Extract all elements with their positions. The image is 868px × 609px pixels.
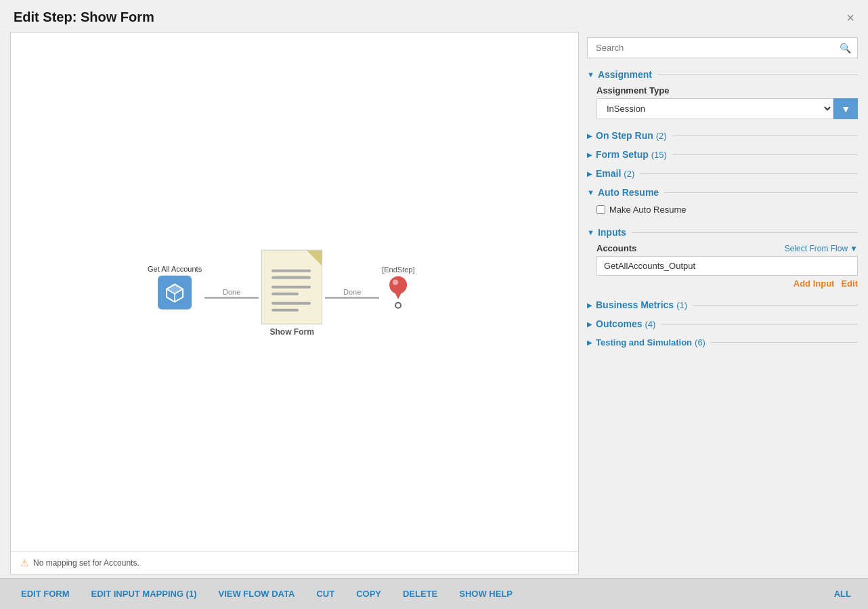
edit-form-button[interactable]: EDIT FORM bbox=[10, 579, 81, 609]
right-panel-scroll[interactable]: ▼ Assignment Assignment Type InSession ▼ bbox=[587, 65, 858, 574]
section-title-inputs: Inputs bbox=[598, 227, 626, 238]
form-line-3 bbox=[272, 286, 311, 289]
connector-line-2 bbox=[325, 297, 379, 299]
section-title-form-setup: Form Setup bbox=[596, 149, 649, 160]
fold-corner bbox=[307, 251, 322, 266]
section-email: ▶ Email (2) bbox=[587, 164, 858, 182]
show-help-button[interactable]: SHOW HELP bbox=[448, 579, 523, 609]
edit-input-btn[interactable]: Edit bbox=[841, 278, 858, 289]
triangle-assignment: ▼ bbox=[587, 70, 594, 79]
section-divider-testing-simulation bbox=[711, 342, 858, 343]
section-header-testing-simulation[interactable]: ▶ Testing and Simulation (6) bbox=[587, 333, 858, 350]
copy-button[interactable]: COPY bbox=[345, 579, 392, 609]
section-count-outcomes: (4) bbox=[645, 319, 655, 329]
add-input-btn[interactable]: Add Input bbox=[794, 278, 835, 289]
node-icon-box bbox=[158, 276, 192, 310]
all-button[interactable]: ALL bbox=[827, 579, 858, 609]
canvas-area: Get All Accounts bbox=[11, 33, 578, 551]
input-actions: Add Input Edit bbox=[596, 278, 858, 289]
modal-title: Edit Step: Show Form bbox=[14, 9, 154, 25]
warning-bar: ⚠ No mapping set for Accounts. bbox=[11, 551, 578, 574]
section-content-inputs: Accounts Select From Flow ▼ GetAllAccoun… bbox=[587, 240, 858, 294]
input-value-box: GetAllAccounts_Output bbox=[596, 256, 858, 276]
warning-text: No mapping set for Accounts. bbox=[33, 558, 139, 568]
section-count-testing-simulation: (6) bbox=[695, 337, 706, 348]
form-line-2 bbox=[272, 276, 311, 279]
section-divider-auto-resume bbox=[664, 192, 858, 193]
section-title-on-step-run: On Step Run bbox=[596, 130, 653, 141]
select-from-flow-btn[interactable]: Select From Flow ▼ bbox=[785, 244, 858, 253]
assignment-type-dropdown-btn[interactable]: ▼ bbox=[833, 98, 858, 119]
view-flow-data-button[interactable]: VIEW FLOW DATA bbox=[208, 579, 306, 609]
canvas-panel: Get All Accounts bbox=[10, 32, 579, 574]
triangle-email: ▶ bbox=[587, 170, 592, 177]
modal-body: Get All Accounts bbox=[0, 32, 868, 578]
section-header-email[interactable]: ▶ Email (2) bbox=[587, 164, 858, 182]
connector-label-1: Done bbox=[223, 288, 240, 296]
modal: Edit Step: Show Form × Get All Accounts bbox=[0, 0, 868, 609]
section-header-auto-resume[interactable]: ▼ Auto Resume bbox=[587, 183, 858, 201]
auto-resume-checkbox-row: Make Auto Resume bbox=[596, 203, 858, 216]
show-form-node[interactable]: Show Form bbox=[261, 250, 322, 337]
section-divider-outcomes bbox=[661, 324, 858, 324]
auto-resume-checkbox[interactable] bbox=[596, 205, 605, 214]
assignment-type-select[interactable]: InSession bbox=[596, 98, 833, 119]
close-button[interactable]: × bbox=[846, 11, 854, 24]
section-divider-form-setup bbox=[672, 154, 858, 155]
end-step-node: [EndStep] bbox=[382, 266, 414, 309]
search-input-wrap: 🔍 bbox=[587, 37, 858, 58]
edit-input-mapping-button[interactable]: EDIT INPUT MAPPING (1) bbox=[81, 579, 208, 609]
field-label-assignment-type: Assignment Type bbox=[596, 85, 858, 96]
auto-resume-label: Make Auto Resume bbox=[609, 205, 686, 215]
section-assignment: ▼ Assignment Assignment Type InSession ▼ bbox=[587, 65, 858, 125]
section-count-business-metrics: (1) bbox=[676, 300, 687, 310]
section-title-assignment: Assignment bbox=[598, 69, 652, 80]
cut-button[interactable]: CUT bbox=[305, 579, 345, 609]
modal-header: Edit Step: Show Form × bbox=[0, 0, 868, 32]
input-field-name: Accounts bbox=[596, 243, 636, 253]
section-title-outcomes: Outcomes bbox=[596, 318, 642, 329]
section-title-testing-simulation: Testing and Simulation bbox=[596, 337, 692, 348]
warning-icon: ⚠ bbox=[20, 558, 29, 568]
connector-label-2: Done bbox=[343, 288, 361, 296]
form-line-4 bbox=[272, 293, 299, 295]
section-header-outcomes[interactable]: ▶ Outcomes (4) bbox=[587, 314, 858, 332]
section-header-assignment[interactable]: ▼ Assignment bbox=[587, 65, 858, 83]
section-testing-simulation: ▶ Testing and Simulation (6) bbox=[587, 333, 858, 350]
triangle-testing-simulation: ▶ bbox=[587, 339, 592, 346]
section-divider-email bbox=[640, 173, 858, 174]
triangle-auto-resume: ▼ bbox=[587, 188, 594, 196]
inputs-row: Accounts Select From Flow ▼ bbox=[596, 243, 858, 253]
triangle-form-setup: ▶ bbox=[587, 151, 592, 159]
node-label-get-all-accounts: Get All Accounts bbox=[148, 265, 202, 273]
section-divider-business-metrics bbox=[693, 305, 858, 306]
section-form-setup: ▶ Form Setup (15) bbox=[587, 145, 858, 163]
section-header-form-setup[interactable]: ▶ Form Setup (15) bbox=[587, 145, 858, 163]
section-header-on-step-run[interactable]: ▶ On Step Run (2) bbox=[587, 126, 858, 144]
section-header-business-metrics[interactable]: ▶ Business Metrics (1) bbox=[587, 295, 858, 313]
section-business-metrics: ▶ Business Metrics (1) bbox=[587, 295, 858, 313]
section-outcomes: ▶ Outcomes (4) bbox=[587, 314, 858, 332]
end-step-label: [EndStep] bbox=[382, 266, 414, 274]
section-divider-inputs bbox=[632, 232, 858, 233]
form-line-6 bbox=[272, 309, 299, 312]
section-content-auto-resume: Make Auto Resume bbox=[587, 201, 858, 222]
section-title-email: Email bbox=[596, 168, 621, 179]
search-input[interactable] bbox=[587, 37, 858, 58]
pin-circle bbox=[395, 302, 402, 309]
section-header-inputs[interactable]: ▼ Inputs bbox=[587, 223, 858, 240]
right-panel: 🔍 ▼ Assignment Assignment Type bbox=[587, 32, 858, 574]
svg-marker-1 bbox=[167, 285, 183, 294]
section-divider-assignment bbox=[657, 75, 858, 75]
get-all-accounts-node: Get All Accounts bbox=[148, 265, 202, 310]
form-line-1 bbox=[272, 270, 311, 272]
delete-button[interactable]: DELETE bbox=[392, 579, 448, 609]
form-line-5 bbox=[272, 302, 311, 305]
select-from-flow-label: Select From Flow bbox=[785, 244, 848, 253]
section-content-assignment: Assignment Type InSession ▼ bbox=[587, 83, 858, 125]
connector-line-1 bbox=[204, 297, 259, 299]
end-pin bbox=[389, 276, 407, 309]
assignment-type-select-wrap: InSession ▼ bbox=[596, 98, 858, 119]
select-from-flow-arrow: ▼ bbox=[850, 244, 858, 253]
triangle-business-metrics: ▶ bbox=[587, 301, 592, 309]
